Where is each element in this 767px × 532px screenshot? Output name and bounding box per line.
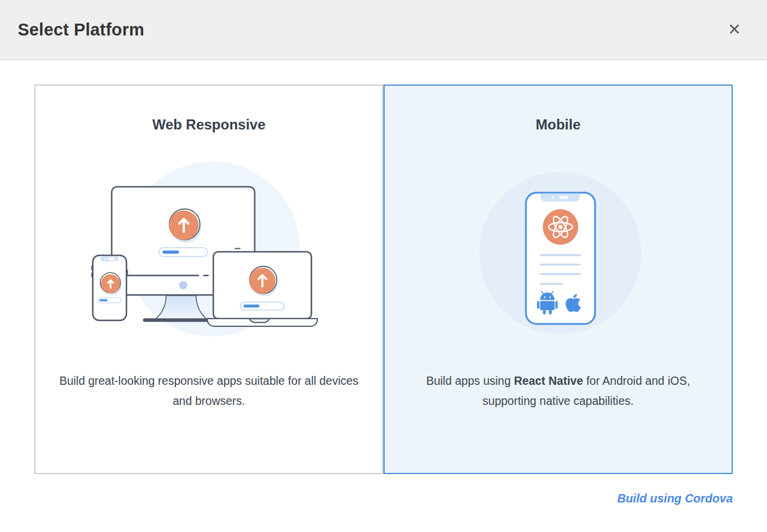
progress-bar (98, 298, 121, 303)
modal-body: Web Responsive (0, 60, 767, 505)
web-card-title: Web Responsive (152, 116, 266, 133)
progress-bar (159, 248, 207, 257)
devices-upload-illustration (79, 160, 339, 338)
mobile-card-description: Build apps using React Native for Androi… (400, 371, 716, 411)
mobile-illustration (470, 160, 647, 338)
close-icon: ✕ (727, 21, 741, 38)
progress-bar (240, 302, 284, 310)
phone-react-illustration (470, 163, 647, 335)
build-using-cordova-link[interactable]: Build using Cordova (617, 492, 733, 505)
platform-card-web-responsive[interactable]: Web Responsive (34, 85, 384, 474)
web-card-description: Build great-looking responsive apps suit… (51, 371, 367, 411)
select-platform-modal: Select Platform ✕ Web Responsive (0, 0, 767, 505)
react-logo-icon (542, 209, 578, 245)
mobile-card-title: Mobile (536, 116, 581, 133)
platform-card-mobile[interactable]: Mobile (384, 85, 733, 474)
modal-header: Select Platform ✕ (0, 0, 767, 60)
close-button[interactable]: ✕ (722, 18, 747, 41)
platform-cards: Web Responsive (34, 85, 733, 474)
web-responsive-illustration (79, 160, 339, 338)
modal-footer: Build using Cordova (34, 474, 733, 505)
modal-title: Select Platform (18, 20, 144, 40)
